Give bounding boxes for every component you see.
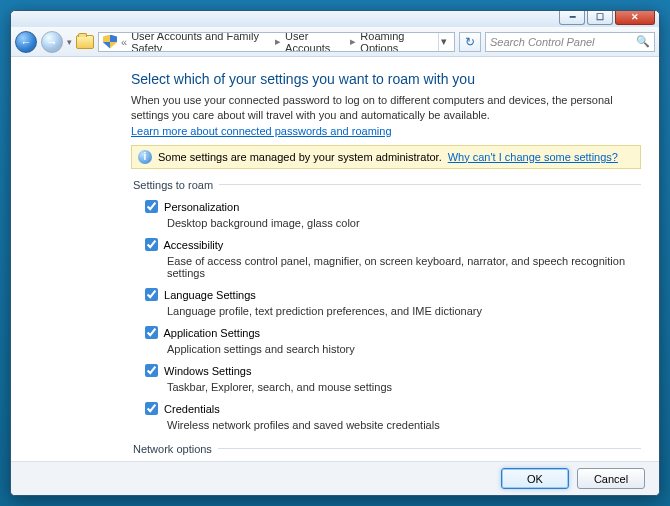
group-legend: Network options: [131, 443, 218, 455]
checkbox-credentials[interactable]: [145, 402, 158, 415]
breadcrumb-item[interactable]: User Accounts: [285, 32, 346, 52]
option-label: Accessibility: [163, 239, 223, 251]
checkbox-personalization[interactable]: [145, 200, 158, 213]
control-panel-window: ━ ☐ ✕ ← → ▾ « User Accounts and Family S…: [10, 10, 660, 496]
ok-button[interactable]: OK: [501, 468, 569, 489]
arrow-right-icon: →: [47, 36, 58, 48]
option-label: Credentials: [164, 403, 220, 415]
maximize-button[interactable]: ☐: [587, 11, 613, 25]
arrow-left-icon: ←: [21, 36, 32, 48]
info-text: Some settings are managed by your system…: [158, 151, 442, 163]
option-personalization: Personalization Desktop background image…: [141, 197, 641, 229]
checkbox-accessibility[interactable]: [145, 238, 158, 251]
minimize-button[interactable]: ━: [559, 11, 585, 25]
content-area: Select which of your settings you want t…: [11, 57, 659, 461]
checkbox-windows[interactable]: [145, 364, 158, 377]
network-options-group: Network options Enable roaming on paid n…: [131, 443, 641, 461]
shield-icon: [103, 35, 117, 49]
option-desc: Taskbar, Explorer, search, and mouse set…: [167, 381, 641, 393]
option-label: Application Settings: [163, 327, 260, 339]
option-windows: Windows Settings Taskbar, Explorer, sear…: [141, 361, 641, 393]
refresh-icon: ↻: [465, 35, 475, 49]
chevron-right-icon: ▸: [275, 35, 281, 48]
address-bar[interactable]: « User Accounts and Family Safety ▸ User…: [98, 32, 455, 52]
admin-info-bar: i Some settings are managed by your syst…: [131, 145, 641, 169]
address-dropdown[interactable]: ▾: [438, 33, 450, 51]
navigation-bar: ← → ▾ « User Accounts and Family Safety …: [11, 27, 659, 57]
checkbox-application[interactable]: [145, 326, 158, 339]
breadcrumb-item[interactable]: User Accounts and Family Safety: [131, 32, 271, 52]
group-legend: Settings to roam: [131, 179, 219, 191]
option-application: Application Settings Application setting…: [141, 323, 641, 355]
why-cant-change-link[interactable]: Why can't I change some settings?: [448, 151, 618, 163]
page-title: Select which of your settings you want t…: [131, 71, 641, 87]
search-input[interactable]: Search Control Panel 🔍: [485, 32, 655, 52]
refresh-button[interactable]: ↻: [459, 32, 481, 52]
option-desc: Application settings and search history: [167, 343, 641, 355]
page-intro: When you use your connected password to …: [131, 93, 641, 123]
option-label: Personalization: [164, 201, 239, 213]
back-button[interactable]: ←: [15, 31, 37, 53]
option-desc: Desktop background image, glass color: [167, 217, 641, 229]
option-label: Language Settings: [164, 289, 256, 301]
option-language: Language Settings Language profile, text…: [141, 285, 641, 317]
checkbox-language[interactable]: [145, 288, 158, 301]
settings-to-roam-group: Settings to roam Personalization Desktop…: [131, 179, 641, 437]
info-icon: i: [138, 150, 152, 164]
cancel-button[interactable]: Cancel: [577, 468, 645, 489]
breadcrumb-prefix: «: [121, 36, 127, 48]
option-desc: Wireless network profiles and saved webs…: [167, 419, 641, 431]
folder-icon: [76, 35, 94, 49]
search-icon: 🔍: [636, 35, 650, 48]
chevron-right-icon: ▸: [350, 35, 356, 48]
search-placeholder: Search Control Panel: [490, 36, 595, 48]
recent-pages-dropdown[interactable]: ▾: [67, 37, 72, 47]
option-desc: Ease of access control panel, magnifier,…: [167, 255, 641, 279]
option-desc: Language profile, text prediction prefer…: [167, 305, 641, 317]
dialog-footer: OK Cancel: [11, 461, 659, 495]
close-button[interactable]: ✕: [615, 11, 655, 25]
option-label: Windows Settings: [164, 365, 251, 377]
option-accessibility: Accessibility Ease of access control pan…: [141, 235, 641, 279]
breadcrumb-item[interactable]: Roaming Options: [360, 32, 433, 52]
forward-button[interactable]: →: [41, 31, 63, 53]
titlebar: ━ ☐ ✕: [11, 11, 659, 27]
learn-more-link[interactable]: Learn more about connected passwords and…: [131, 125, 392, 137]
option-credentials: Credentials Wireless network profiles an…: [141, 399, 641, 431]
